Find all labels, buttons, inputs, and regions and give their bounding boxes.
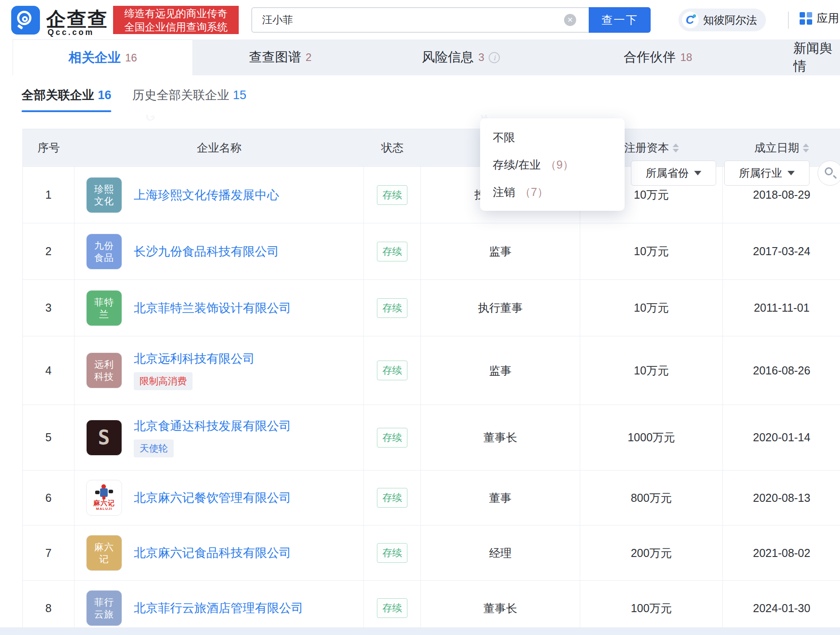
position-cell: 监事 xyxy=(421,336,580,404)
table-row: 3 菲特兰 北京菲特兰装饰设计有限公司 存续 执行董事 10万元 2011-11… xyxy=(23,279,840,336)
status-cell: 存续 xyxy=(364,405,421,470)
company-cell: 菲行云旅 北京菲行云旅酒店管理有限公司 xyxy=(74,581,364,635)
row-index: 3 xyxy=(23,280,74,336)
search-input[interactable]: 汪小菲 xyxy=(251,7,589,33)
tab-bar: 相关企业 16 查查图谱 2 风险信息 3 i 合作伙伴 18 新闻舆情 xyxy=(13,39,840,75)
capital-cell: 10万元 xyxy=(580,336,723,404)
company-name-link[interactable]: 北京麻六记餐饮管理有限公司 xyxy=(134,490,291,506)
table-body: 1 珍熙文化 上海珍熙文化传播发展中心 存续 投 10万元 2018-08-29… xyxy=(23,166,840,635)
capital-cell: 10万元 xyxy=(580,223,723,279)
company-name-link[interactable]: 北京食通达科技发展有限公司 xyxy=(134,418,291,434)
company-cell: 珍熙文化 上海珍熙文化传播发展中心 xyxy=(74,167,364,223)
status-cell: 存续 xyxy=(364,280,421,336)
row-index: 7 xyxy=(23,526,74,580)
tab-count: 18 xyxy=(680,51,692,64)
qcc-logo-icon[interactable] xyxy=(11,6,40,35)
row-index: 1 xyxy=(23,167,74,223)
status-cell: 存续 xyxy=(364,336,421,404)
dropdown-item-active[interactable]: 存续/在业 （9） xyxy=(480,151,625,178)
position-cell: 董事长 xyxy=(421,581,580,635)
row-index: 2 xyxy=(23,223,74,279)
tab-partners[interactable]: 合作伙伴 18 xyxy=(624,39,692,75)
date-cell: 2020-08-13 xyxy=(723,470,840,525)
subtab-count: 16 xyxy=(98,88,111,102)
row-index: 5 xyxy=(23,405,74,470)
logo-tail xyxy=(17,24,23,30)
status-badge: 存续 xyxy=(377,298,407,318)
company-name-link[interactable]: 北京麻六记食品科技有限公司 xyxy=(134,545,291,561)
apps-label: 应用 xyxy=(817,11,839,26)
company-logo: 麻六记 xyxy=(86,535,122,571)
date-cell: 2020-01-14 xyxy=(723,405,840,470)
slogan-line2: 全国企业信用查询系统 xyxy=(113,20,239,34)
tab-risk-info[interactable]: 风险信息 3 i xyxy=(422,39,500,75)
col-company-name: 企业名称 xyxy=(74,129,364,166)
table-row: 6 麻六记MALUJI 北京麻六记餐饮管理有限公司 存续 董事 800万元 20… xyxy=(23,470,840,525)
table-row: 8 菲行云旅 北京菲行云旅酒店管理有限公司 存续 董事长 100万元 2024-… xyxy=(23,580,840,635)
registration-status-dropdown: 不限 存续/在业 （9） 注销 （7） xyxy=(480,118,625,211)
status-badge: 存续 xyxy=(377,598,407,618)
horizontal-scrollbar[interactable] xyxy=(0,627,840,635)
status-badge: 存续 xyxy=(377,361,407,380)
table-row: 5 S 北京食通达科技发展有限公司 天使轮 存续 董事长 1000万元 2020… xyxy=(23,404,840,470)
company-tag[interactable]: 天使轮 xyxy=(134,439,174,457)
clear-search-icon[interactable]: ✕ xyxy=(564,14,576,26)
apps-button[interactable]: 应用 xyxy=(800,11,839,26)
slogan-line1: 缔造有远见的商业传奇 xyxy=(113,7,239,20)
search-value: 汪小菲 xyxy=(262,13,293,27)
subtab-history-companies[interactable]: 历史全部关联企业 15 xyxy=(132,75,246,115)
capital-cell: 10万元 xyxy=(580,280,723,336)
row-index: 8 xyxy=(23,581,74,635)
dropdown-item-unlimited[interactable]: 不限 xyxy=(480,124,625,151)
top-bar: 企查查 Qcc.com 缔造有远见的商业传奇 全国企业信用查询系统 汪小菲 ✕ … xyxy=(0,0,840,39)
info-icon[interactable]: i xyxy=(489,52,500,63)
table-row: 4 远利科技 北京远利科技有限公司 限制高消费 存续 监事 10万元 2016-… xyxy=(23,336,840,404)
capital-cell: 1000万元 xyxy=(580,405,723,470)
tab-chachatupu[interactable]: 查查图谱 2 xyxy=(249,39,311,75)
company-name-link[interactable]: 北京菲行云旅酒店管理有限公司 xyxy=(134,600,303,616)
position-cell: 经理 xyxy=(421,526,580,580)
company-logo: S xyxy=(86,420,122,456)
apps-grid-icon xyxy=(800,12,812,25)
zhibi-alpha-icon: C xyxy=(682,12,699,28)
company-cell: S 北京食通达科技发展有限公司 天使轮 xyxy=(74,405,364,470)
filter-industry[interactable]: 所属行业 xyxy=(724,161,809,186)
slogan-banner: 缔造有远见的商业传奇 全国企业信用查询系统 xyxy=(113,6,239,34)
sort-icon[interactable] xyxy=(803,144,809,152)
company-name-link[interactable]: 长沙九份食品科技有限公司 xyxy=(134,244,279,260)
status-cell: 存续 xyxy=(364,470,421,525)
dropdown-item-cancelled[interactable]: 注销 （7） xyxy=(480,178,625,206)
tab-count: 2 xyxy=(306,51,311,64)
tab-news[interactable]: 新闻舆情 xyxy=(793,39,840,75)
filter-search-button[interactable] xyxy=(818,161,840,186)
company-cell: 麻六记 北京麻六记食品科技有限公司 xyxy=(74,526,364,580)
company-logo: 珍熙文化 xyxy=(86,177,122,213)
capital-cell: 800万元 xyxy=(580,470,723,525)
status-badge: 存续 xyxy=(377,488,407,508)
company-cell: 菲特兰 北京菲特兰装饰设计有限公司 xyxy=(74,280,364,336)
filter-province[interactable]: 所属省份 xyxy=(631,161,716,186)
position-cell: 执行董事 xyxy=(421,280,580,336)
company-tag[interactable]: 限制高消费 xyxy=(134,372,192,390)
company-logo: 九份食品 xyxy=(86,234,122,270)
company-logo: 麻六记MALUJI xyxy=(86,480,122,516)
date-cell: 2017-03-24 xyxy=(723,223,840,279)
company-cell: 麻六记MALUJI 北京麻六记餐饮管理有限公司 xyxy=(74,470,364,525)
zhibi-alpha-button[interactable]: C 知彼阿尔法 xyxy=(678,9,766,31)
tab-related-companies[interactable]: 相关企业 16 xyxy=(13,39,193,75)
filter-bar: 全部关联企业 16 历史全部关联企业 15 登记状态 所属省份 所属行业 xyxy=(0,75,840,115)
company-name-link[interactable]: 上海珍熙文化传播发展中心 xyxy=(134,187,279,203)
date-cell: 2011-11-01 xyxy=(723,280,840,336)
company-name-link[interactable]: 北京远利科技有限公司 xyxy=(134,351,255,367)
header-divider xyxy=(788,12,789,29)
search-button[interactable]: 查一下 xyxy=(589,7,651,33)
position-cell: 董事长 xyxy=(421,405,580,470)
table-row: 1 珍熙文化 上海珍熙文化传播发展中心 存续 投 10万元 2018-08-29 xyxy=(23,166,840,223)
row-index: 6 xyxy=(23,470,74,525)
status-badge: 存续 xyxy=(377,242,407,261)
sort-icon[interactable] xyxy=(673,144,679,152)
subtab-all-companies[interactable]: 全部关联企业 16 xyxy=(22,75,111,115)
company-name-link[interactable]: 北京菲特兰装饰设计有限公司 xyxy=(134,300,291,316)
dropdown-item-count: （9） xyxy=(545,157,574,172)
status-badge: 存续 xyxy=(377,428,407,448)
